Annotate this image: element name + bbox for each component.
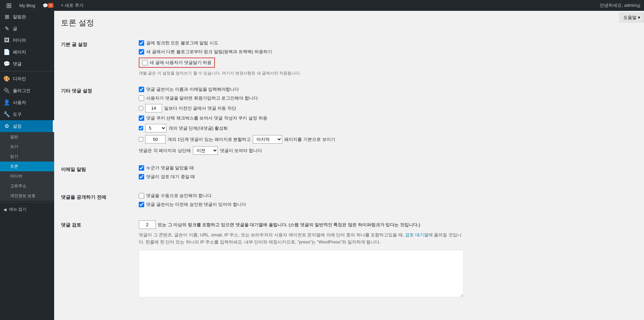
submenu-general-label: 일반 xyxy=(10,134,18,140)
notify-blogs-row: 글에 링크한 모든 블로그에 알림 시도 xyxy=(139,40,464,46)
spam-settings-label: 댓글 검토 xyxy=(61,215,135,303)
comment-order-row: 댓글은 각 페이지의 상단에 이전 최신 댓글이 보여야 합니다 xyxy=(139,146,464,155)
sidebar: ⊞ 알림판 ✎ 글 🖼 미디어 📄 페이지 💬 댓글 🎨 디자 xyxy=(0,11,54,320)
submenu-media[interactable]: 미디어 xyxy=(0,171,54,181)
allow-pingback-row: 새 글에서 다른 블로그로부터 링크 알림(핑백과 트랙백) 허용하기 xyxy=(139,49,464,55)
sidebar-item-pages[interactable]: 📄 페이지 xyxy=(0,46,54,58)
sidebar-label-comments: 댓글 xyxy=(13,61,22,67)
manual-approval-checkbox[interactable] xyxy=(139,193,144,198)
notify-blogs-label[interactable]: 글에 링크한 모든 블로그에 알림 시도 xyxy=(146,40,218,46)
other-settings-label: 기타 댓글 설정 xyxy=(61,81,135,160)
wp-logo-button[interactable]: ⊞ xyxy=(3,0,15,11)
other-settings-cell: 댓글 글쓴이는 이름과 이메일을 입력해야합니다 사용자가 댓글을 달려면 회원… xyxy=(135,81,467,160)
require-login-checkbox[interactable] xyxy=(139,95,144,101)
break-comments-checkbox[interactable] xyxy=(139,137,143,142)
new-content-button[interactable]: + 새로 추가 xyxy=(58,0,86,11)
submenu-writing-label: 쓰기 xyxy=(10,144,18,150)
submenu-permalink[interactable]: 고유주소 xyxy=(0,181,54,191)
prev-approved-row: 댓글 글쓴이는 이전에 승인된 댓글이 있어야 합니다 xyxy=(139,201,464,208)
notify-moderation-label[interactable]: 댓글이 검토 대기 중일 때 xyxy=(146,174,195,180)
sidebar-item-dashboard[interactable]: ⊞ 알림판 xyxy=(0,11,54,23)
help-button-wrap: 도움말 ▾ xyxy=(620,13,644,22)
sidebar-label-users: 사용자 xyxy=(13,100,26,106)
comments-button[interactable]: 💬 0 xyxy=(40,0,56,11)
basic-settings-cell: 글에 링크한 모든 블로그에 알림 시도 새 글에서 다른 블로그로부터 링크 … xyxy=(135,35,467,81)
submenu-general[interactable]: 일반 xyxy=(0,132,54,142)
basic-settings-label: 기본 글 설정 xyxy=(61,35,135,81)
notify-moderation-checkbox[interactable] xyxy=(139,174,144,179)
require-name-label[interactable]: 댓글 글쓴이는 이름과 이메일을 입력해야합니다 xyxy=(146,86,239,92)
submenu-writing[interactable]: 쓰기 xyxy=(0,142,54,152)
submenu-discussion[interactable]: 토론 xyxy=(0,162,54,171)
main-wrapper: ⊞ 알림판 ✎ 글 🖼 미디어 📄 페이지 💬 댓글 🎨 디자 xyxy=(0,11,644,320)
cookie-label[interactable]: 댓글 쿠키 선택 체크박스를 보여서 댓글 작성자 쿠키 설정 허용 xyxy=(146,115,267,121)
require-login-label[interactable]: 사용자가 댓글을 달려면 회원가입하고 로그인해야 합니다 xyxy=(146,95,258,101)
notify-comment-label[interactable]: 누군가 댓글을 달았을 때 xyxy=(146,165,194,171)
prev-approved-checkbox[interactable] xyxy=(139,202,144,207)
before-publish-row: 댓글을 공개하기 전에 댓글을 수동으로 승인해야 합니다 댓글 글쓴이는 이전… xyxy=(61,188,467,215)
menu-separator-2 xyxy=(0,202,54,202)
sidebar-label-posts: 글 xyxy=(13,26,17,32)
adminbar-left: ⊞ My Blog 💬 0 + 새로 추가 xyxy=(3,0,86,11)
sidebar-label-plugins: 플러그인 xyxy=(13,88,30,94)
collapse-menu-button[interactable]: ◀ 메뉴 접기 xyxy=(0,204,54,215)
close-comments-days-input[interactable] xyxy=(145,104,162,112)
sidebar-item-design[interactable]: 🎨 디자인 xyxy=(0,73,54,85)
spam-words-textarea[interactable] xyxy=(139,250,464,297)
wp-logo-icon: ⊞ xyxy=(6,1,12,9)
spam-desc-part1: 댓글이 그 콘텐츠, 글쓴이 이름, URL, email, IP 주소, 또는… xyxy=(139,232,405,237)
threaded-checkbox[interactable] xyxy=(139,126,143,130)
spam-links-text: 또는 그 이상의 링크를 포함하고 있으면 댓글을 대기열에 올립니다. (스팸… xyxy=(158,222,420,228)
close-comments-checkbox[interactable] xyxy=(139,106,143,110)
notify-comment-checkbox[interactable] xyxy=(139,165,144,171)
require-name-row: 댓글 글쓴이는 이름과 이메일을 입력해야합니다 xyxy=(139,86,464,92)
comments-menu-icon: 💬 xyxy=(3,61,10,67)
submenu-permalink-label: 고유주소 xyxy=(10,183,26,189)
arrow-left-icon: ◀ xyxy=(3,207,6,212)
allow-pingback-checkbox[interactable] xyxy=(139,49,144,55)
require-name-checkbox[interactable] xyxy=(139,87,144,92)
page-title: 토론 설정 xyxy=(61,18,467,28)
moderation-queue-link[interactable]: 검토 대기열 xyxy=(405,232,428,237)
before-publish-cell: 댓글을 수동으로 승인해야 합니다 댓글 글쓴이는 이전에 승인된 댓글이 있어… xyxy=(135,188,467,215)
cookie-checkbox[interactable] xyxy=(139,115,144,121)
menu-separator-1 xyxy=(0,71,54,71)
spam-textarea-wrap xyxy=(139,250,464,298)
sidebar-label-settings: 설정 xyxy=(13,123,22,129)
comment-order-suffix: 댓글이 보여야 합니다 xyxy=(220,148,262,154)
sidebar-item-tools[interactable]: 🔧 도구 xyxy=(0,108,54,120)
comment-order-prefix: 댓글은 각 페이지의 상단에 xyxy=(139,148,191,154)
comment-order-select[interactable]: 이전 최신 xyxy=(193,146,218,155)
basic-settings-row: 기본 글 설정 글에 링크한 모든 블로그에 알림 시도 새 글에서 다른 블로… xyxy=(61,35,467,81)
sidebar-item-plugins[interactable]: 🔌 플러그인 xyxy=(0,85,54,97)
prev-approved-label[interactable]: 댓글 글쓴이는 이전에 승인된 댓글이 있어야 합니다 xyxy=(146,201,246,208)
break-comments-input[interactable] xyxy=(145,135,165,144)
basic-description: 개별 글은 이 설정을 덮어쓰기 할 수 있습니다. 여기서 변경사항은 새 글… xyxy=(139,70,464,76)
sidebar-item-users[interactable]: 👤 사용자 xyxy=(0,97,54,108)
sidebar-label-dashboard: 알림판 xyxy=(13,14,26,20)
media-icon: 🖼 xyxy=(3,37,10,43)
sidebar-item-posts[interactable]: ✎ 글 xyxy=(0,23,54,35)
sidebar-label-media: 미디어 xyxy=(13,37,26,43)
allow-pingback-label[interactable]: 새 글에서 다른 블로그로부터 링크 알림(핑백과 트랙백) 허용하기 xyxy=(146,49,272,55)
sidebar-item-media[interactable]: 🖼 미디어 xyxy=(0,35,54,46)
break-comments-row: 개의 1단계 댓글이 있는 페이지로 분할하고 마지막 첫번째 페이지를 기본으… xyxy=(139,135,464,144)
comment-count: 0 xyxy=(48,3,53,8)
spam-links-input[interactable] xyxy=(139,220,156,229)
site-name-label: My Blog xyxy=(19,3,35,8)
notify-blogs-checkbox[interactable] xyxy=(139,40,144,46)
site-name-button[interactable]: My Blog xyxy=(17,0,38,11)
new-content-label: + 새로 추가 xyxy=(61,2,84,8)
threaded-level-select[interactable]: 5 2 3 4 6 7 8 9 10 xyxy=(145,124,166,132)
help-button[interactable]: 도움말 ▾ xyxy=(620,13,644,22)
allow-comments-label[interactable]: 새 글에 사용자가 댓글달기 허용 xyxy=(150,60,212,66)
submenu-reading[interactable]: 읽기 xyxy=(0,152,54,162)
email-settings-cell: 누군가 댓글을 달았을 때 댓글이 검토 대기 중일 때 xyxy=(135,160,467,188)
sidebar-item-comments[interactable]: 💬 댓글 xyxy=(0,58,54,70)
allow-comments-checkbox[interactable] xyxy=(142,60,148,65)
manual-approval-label[interactable]: 댓글을 수동으로 승인해야 합니다 xyxy=(146,193,212,199)
break-comments-page-select[interactable]: 마지막 첫번째 xyxy=(253,135,282,144)
threaded-comments-row: 5 2 3 4 6 7 8 9 10 xyxy=(139,124,464,132)
submenu-privacy[interactable]: 개인정보 보호 xyxy=(0,191,54,201)
sidebar-item-settings[interactable]: ⚙ 설정 xyxy=(0,120,54,132)
